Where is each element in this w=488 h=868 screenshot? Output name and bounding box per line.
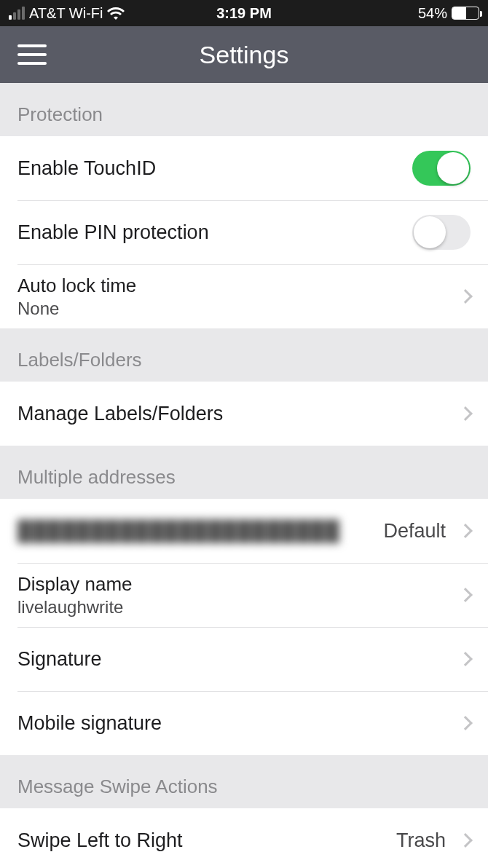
- chevron-right-icon: [458, 716, 473, 730]
- row-value: Trash: [396, 829, 446, 852]
- row-manage-labels[interactable]: Manage Labels/Folders: [0, 382, 488, 446]
- list-swipe: Swipe Left to Right Trash: [0, 808, 488, 868]
- status-left: AT&T Wi-Fi: [9, 5, 216, 22]
- toggle-touchid[interactable]: [412, 151, 471, 186]
- row-default-address[interactable]: ██████████████████████ Default: [0, 499, 488, 563]
- status-bar: AT&T Wi-Fi 3:19 PM 54%: [0, 0, 488, 26]
- row-label: Manage Labels/Folders: [17, 403, 454, 425]
- carrier-label: AT&T Wi-Fi: [29, 5, 103, 22]
- row-label: Enable TouchID: [17, 157, 412, 180]
- row-swipe-left-to-right[interactable]: Swipe Left to Right Trash: [0, 808, 488, 868]
- row-label: Enable PIN protection: [17, 221, 412, 244]
- status-time: 3:19 PM: [216, 5, 272, 22]
- row-enable-pin[interactable]: Enable PIN protection: [0, 200, 488, 264]
- row-enable-touchid[interactable]: Enable TouchID: [0, 136, 488, 200]
- page-title: Settings: [0, 41, 488, 69]
- list-protection: Enable TouchID Enable PIN protection Aut…: [0, 136, 488, 328]
- chevron-right-icon: [458, 588, 473, 602]
- address-label: ██████████████████████: [17, 520, 383, 542]
- toggle-pin[interactable]: [412, 215, 471, 250]
- chevron-right-icon: [458, 524, 473, 538]
- section-header-addresses: Multiple addresses: [0, 446, 488, 499]
- default-badge: Default: [383, 520, 446, 542]
- row-subtitle: livelaughwrite: [17, 597, 454, 618]
- status-right: 54%: [272, 5, 479, 22]
- section-header-labels: Labels/Folders: [0, 328, 488, 382]
- row-label: Mobile signature: [17, 712, 454, 735]
- battery-percent: 54%: [418, 5, 447, 22]
- menu-icon[interactable]: [17, 40, 47, 69]
- row-title: Display name: [17, 573, 454, 596]
- nav-bar: Settings: [0, 26, 488, 83]
- section-header-protection: Protection: [0, 83, 488, 136]
- chevron-right-icon: [458, 652, 473, 666]
- battery-icon: [452, 7, 479, 20]
- row-title: Auto lock time: [17, 275, 454, 297]
- chevron-right-icon: [458, 833, 473, 848]
- row-auto-lock-time[interactable]: Auto lock time None: [0, 264, 488, 328]
- row-label: Signature: [17, 648, 454, 671]
- chevron-right-icon: [458, 406, 473, 421]
- section-header-swipe: Message Swipe Actions: [0, 755, 488, 808]
- wifi-icon: [107, 7, 125, 20]
- row-signature[interactable]: Signature: [0, 627, 488, 691]
- list-labels: Manage Labels/Folders: [0, 382, 488, 446]
- row-mobile-signature[interactable]: Mobile signature: [0, 691, 488, 755]
- list-addresses: ██████████████████████ Default Display n…: [0, 499, 488, 755]
- row-display-name[interactable]: Display name livelaughwrite: [0, 563, 488, 627]
- signal-icon: [9, 7, 25, 20]
- row-label: Swipe Left to Right: [17, 829, 396, 852]
- chevron-right-icon: [458, 289, 473, 304]
- row-subtitle: None: [17, 299, 454, 319]
